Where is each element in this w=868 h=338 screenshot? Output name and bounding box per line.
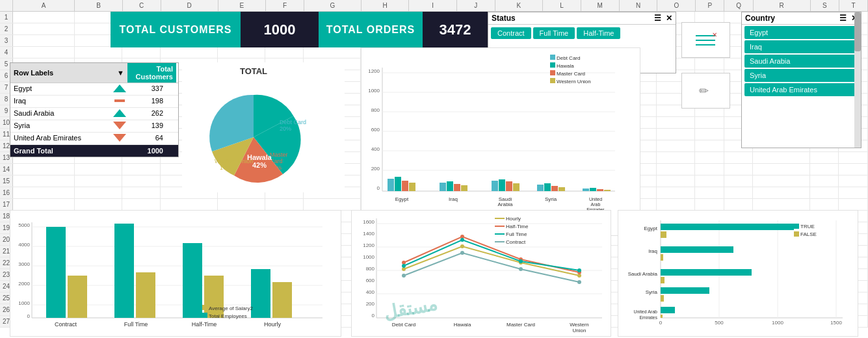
country-slicer: Country ☰ ✕ Egypt Iraq Saudi Arabia Syri… <box>741 12 861 148</box>
pencil-icon-svg: ✏ <box>692 81 718 100</box>
bar-saudi-debtcard <box>492 181 498 191</box>
pie-chart-area: TOTAL Debt Card 20% Master Card <box>182 62 345 192</box>
bar-x-syria: Syria <box>545 196 557 202</box>
pie-label-mastercard2: Card <box>270 158 283 164</box>
svg-text:200: 200 <box>366 301 375 307</box>
bar-x-fulltime: Full Time <box>124 321 148 328</box>
pivot-header-label[interactable]: Row Labels ▼ <box>10 63 127 83</box>
col-header-n: N <box>620 0 658 11</box>
bottom-bar-svg: 5000 4000 3000 2000 1000 0 <box>10 211 342 337</box>
bar-hourly-employees <box>251 269 270 318</box>
svg-point-63 <box>519 259 523 263</box>
status-slicer-header: Status ☰ ✕ <box>488 12 676 25</box>
svg-point-64 <box>577 268 581 272</box>
bar-saudi-hawala <box>499 179 505 191</box>
col-header-e: E <box>218 0 266 11</box>
filter-dropdown-icon[interactable]: ▼ <box>117 69 124 77</box>
icon-box: ✕ ✏ <box>676 12 735 119</box>
legend-true-box <box>794 224 799 229</box>
country-item-egypt[interactable]: Egypt <box>744 26 858 39</box>
col-header-m: M <box>581 0 620 11</box>
kpi-total-customers-label: Total Customers <box>120 24 232 36</box>
filter-list-icon[interactable]: ☰ <box>654 14 661 23</box>
hbar-syria-false <box>661 295 664 302</box>
kpi-total-orders-label: Total Orders <box>326 24 415 36</box>
col-header-d: D <box>161 0 218 11</box>
kpi-total-orders-value-card: 3472 <box>423 12 488 47</box>
svg-text:400: 400 <box>366 289 375 295</box>
country-item-syria[interactable]: Syria <box>744 69 858 82</box>
bar-fulltime-salary <box>136 272 155 318</box>
svg-text:400: 400 <box>371 146 380 152</box>
svg-text:200: 200 <box>371 166 380 172</box>
pencil-icon-box[interactable]: ✏ <box>681 73 730 109</box>
country-item-iraq[interactable]: Iraq <box>744 40 858 53</box>
hbar-y-egypt: Egypt <box>644 226 658 231</box>
bottom-line-chart: 1600 1400 1200 1000 800 600 400 200 0 <box>351 210 611 337</box>
pivot-icon-syria <box>111 120 127 132</box>
col-header-l: L <box>543 0 581 11</box>
slicer-item-halftime[interactable]: Half-Time <box>577 27 620 39</box>
line-x-mastercard: Master Card <box>506 322 535 328</box>
filter-icon-box[interactable]: ✕ <box>681 22 730 58</box>
spreadsheet: A B C D E F G H I J K L M N O P Q R S T … <box>0 0 868 338</box>
pie-chart-title: TOTAL <box>240 66 267 76</box>
bar-fulltime-employees <box>114 224 134 318</box>
bar-x-saudi2: Arabia <box>497 202 513 207</box>
line-x-debtcard: Debt Card <box>392 322 415 328</box>
bar-halftime-employees <box>183 243 202 318</box>
kpi-total-orders-card: Total Orders <box>319 12 423 47</box>
col-header-j: J <box>457 0 495 11</box>
col-header-s: S <box>811 0 839 11</box>
pivot-icon-uae <box>111 133 127 144</box>
dashboard: Total Customers 1000 Total Orders 3472 S… <box>0 12 868 338</box>
pivot-row-syria: Syria 139 <box>10 120 178 133</box>
pivot-name-uae: United Arab Emirates <box>10 133 111 144</box>
svg-text:1200: 1200 <box>363 242 375 248</box>
kpi-total-customers-value: 1000 <box>264 21 296 38</box>
pivot-grand-total-row: Grand Total 1000 <box>10 145 178 157</box>
col-header-p: P <box>696 0 724 11</box>
svg-text:1000: 1000 <box>363 254 375 260</box>
svg-point-62 <box>460 238 464 242</box>
bar-x-contract: Contract <box>55 321 77 328</box>
svg-text:600: 600 <box>371 127 380 133</box>
country-slicer-scrollbar-thumb[interactable] <box>854 12 861 51</box>
bar-egypt-hawala <box>395 177 401 191</box>
bar-saudi-mastercard <box>506 181 512 191</box>
pie-label-mastercard-pct: 21% <box>270 164 282 171</box>
svg-text:800: 800 <box>366 266 375 272</box>
pivot-name-iraq: Iraq <box>10 96 111 107</box>
pivot-value-uae: 64 <box>127 133 166 144</box>
slicer-item-contract[interactable]: Contract <box>491 27 531 39</box>
hbar-uae-false <box>661 315 663 318</box>
country-item-uae[interactable]: United Arab Emirates <box>744 83 858 96</box>
bar-chart-area: 1200 1000 800 600 400 200 0 <box>361 47 640 236</box>
svg-marker-7 <box>113 109 126 117</box>
pie-chart-svg: TOTAL Debt Card 20% Master Card <box>182 62 345 192</box>
pivot-grand-total-value: 1000 <box>127 145 166 157</box>
kpi-total-customers-card: Total Customers <box>111 12 241 47</box>
country-item-saudi-arabia[interactable]: Saudi Arabia <box>744 55 858 68</box>
pivot-value-egypt: 337 <box>127 83 166 95</box>
filter-clear-icon[interactable]: ✕ <box>666 14 672 23</box>
bar-saudi-westernunion <box>513 183 519 191</box>
svg-text:0: 0 <box>659 320 663 326</box>
filter-icon-svg: ✕ <box>692 31 718 50</box>
svg-text:0: 0 <box>27 313 31 319</box>
slicer-item-fulltime[interactable]: Full Time <box>533 27 575 39</box>
bar-contract-employees <box>46 227 66 318</box>
legend-debtcard-box <box>550 55 555 60</box>
svg-text:1400: 1400 <box>363 231 375 237</box>
legend-westernunion-text: Western Union <box>557 79 591 84</box>
status-slicer-items: Contract Full Time Half-Time <box>488 25 676 42</box>
legend-hourly-text: Hourly <box>506 216 521 222</box>
country-filter-list-icon[interactable]: ☰ <box>839 14 847 23</box>
pivot-value-saudi: 262 <box>127 108 166 120</box>
pivot-name-egypt: Egypt <box>10 83 111 95</box>
pie-label-hawala-pct: 42% <box>252 161 267 169</box>
svg-text:3000: 3000 <box>18 261 30 267</box>
hbar-egypt-true <box>661 224 794 230</box>
svg-text:600: 600 <box>366 278 375 283</box>
country-slicer-scrollbar[interactable] <box>854 12 861 148</box>
